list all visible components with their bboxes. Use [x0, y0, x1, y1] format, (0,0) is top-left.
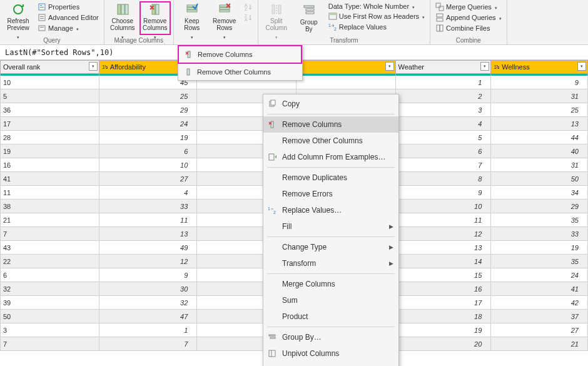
cell[interactable]: 15 [396, 268, 492, 282]
filter-dropdown-icon[interactable]: ▾ [385, 62, 394, 71]
sort-asc-button[interactable]: AZ [243, 2, 254, 12]
column-header[interactable]: 1²₃Wellness▾ [491, 60, 588, 74]
cell[interactable]: 21 [0, 213, 99, 227]
cell[interactable]: 43 [0, 241, 99, 255]
cell[interactable]: 47 [99, 310, 198, 323]
cell[interactable]: 36 [0, 103, 99, 117]
cell[interactable]: 37 [491, 310, 588, 323]
cell[interactable]: 12 [396, 227, 492, 241]
group-by-button[interactable]: GroupBy [293, 1, 325, 35]
cell[interactable]: 10 [396, 200, 492, 213]
cell[interactable]: 38 [0, 200, 99, 213]
cell[interactable]: 9 [396, 186, 492, 200]
cell[interactable]: 1 [396, 76, 492, 89]
cell[interactable]: 31 [491, 158, 588, 172]
ctx-replace-values[interactable]: 12Replace Values… [263, 202, 398, 218]
data-type-button[interactable]: Data Type: Whole Number [327, 2, 426, 11]
cell[interactable]: 1 [99, 323, 198, 337]
filter-dropdown-icon[interactable]: ▾ [89, 62, 98, 71]
cell[interactable]: 35 [491, 213, 588, 227]
ctx-merge-columns[interactable]: Merge Columns [263, 276, 398, 292]
cell[interactable]: 4 [396, 117, 492, 131]
cell[interactable]: 19 [396, 323, 492, 337]
cell[interactable]: 6 [396, 145, 492, 158]
cell[interactable]: 34 [491, 186, 588, 200]
ctx-add-column-examples[interactable]: ✦Add Column From Examples… [263, 149, 398, 165]
cell[interactable] [297, 76, 396, 89]
cell[interactable]: 10 [0, 76, 99, 89]
filter-dropdown-icon[interactable]: ▾ [480, 62, 489, 71]
cell[interactable]: 3 [396, 103, 492, 117]
ctx-remove-duplicates[interactable]: Remove Duplicates [263, 170, 398, 186]
cell[interactable]: 18 [396, 310, 492, 323]
cell[interactable]: 10 [99, 158, 198, 172]
cell[interactable]: 17 [396, 296, 492, 310]
cell[interactable]: 7 [0, 227, 99, 241]
cell[interactable]: 29 [99, 103, 198, 117]
ctx-copy[interactable]: Copy [263, 96, 398, 112]
ctx-product[interactable]: Product [263, 308, 398, 325]
cell[interactable]: 5 [0, 89, 99, 103]
refresh-preview-button[interactable]: RefreshPreview [3, 1, 34, 35]
remove-columns-button[interactable]: RemoveColumns [139, 1, 171, 35]
split-column-button[interactable]: SplitColumn [261, 1, 292, 35]
properties-button[interactable]: Properties [36, 2, 100, 12]
manage-button[interactable]: Manage [36, 23, 100, 33]
filter-dropdown-icon[interactable]: ▾ [577, 62, 586, 71]
ctx-change-type[interactable]: Change Type▶ [263, 239, 398, 255]
cell[interactable]: 24 [491, 268, 588, 282]
cell[interactable]: 33 [491, 227, 588, 241]
cell[interactable]: 50 [491, 172, 588, 186]
first-row-headers-button[interactable]: Use First Row as Headers [327, 11, 426, 21]
cell[interactable]: 2 [396, 89, 492, 103]
ctx-unpivot-columns[interactable]: Unpivot Columns [263, 345, 398, 362]
ctx-remove-errors[interactable]: Remove Errors [263, 186, 398, 202]
cell[interactable]: 32 [99, 296, 198, 310]
cell[interactable]: 33 [99, 200, 198, 213]
column-header[interactable]: Overall rank▾ [0, 60, 99, 74]
cell[interactable]: 31 [491, 89, 588, 103]
ctx-fill[interactable]: Fill▶ [263, 218, 398, 235]
cell[interactable]: 39 [0, 296, 99, 310]
merge-queries-button[interactable]: Merge Queries [434, 2, 503, 12]
cell[interactable]: 35 [491, 255, 588, 268]
cell[interactable]: 13 [99, 227, 198, 241]
cell[interactable]: 28 [0, 131, 99, 145]
cell[interactable]: 11 [0, 186, 99, 200]
cell[interactable]: 20 [396, 337, 492, 351]
sort-desc-button[interactable]: ZA [243, 13, 254, 23]
cell[interactable]: 25 [99, 89, 198, 103]
cell[interactable]: 14 [396, 255, 492, 268]
cell[interactable]: 9 [491, 76, 588, 89]
ctx-unpivot-other[interactable]: Unpivot Other Columns [263, 362, 398, 366]
ctx-remove-columns[interactable]: Remove Columns [263, 116, 398, 133]
cell[interactable]: 11 [396, 213, 492, 227]
cell[interactable]: 8 [396, 172, 492, 186]
remove-rows-button[interactable]: RemoveRows [209, 1, 240, 35]
keep-rows-button[interactable]: KeepRows [176, 1, 208, 35]
replace-values-button[interactable]: 12Replace Values [327, 22, 426, 32]
append-queries-button[interactable]: Append Queries [434, 13, 503, 23]
cell[interactable]: 12 [99, 255, 198, 268]
cell[interactable]: 32 [0, 282, 99, 296]
cell[interactable]: 17 [0, 117, 99, 131]
cell[interactable]: 49 [99, 241, 198, 255]
column-header[interactable]: ▾ [297, 60, 396, 74]
cell[interactable]: 16 [0, 158, 99, 172]
cell[interactable]: 40 [491, 145, 588, 158]
cell[interactable]: 9 [99, 268, 198, 282]
cell[interactable]: 25 [491, 103, 588, 117]
column-header[interactable]: Weather▾ [396, 60, 492, 74]
combine-files-button[interactable]: Combine Files [434, 23, 503, 33]
cell[interactable]: 44 [491, 131, 588, 145]
cell[interactable]: 19 [491, 241, 588, 255]
cell[interactable]: 4 [99, 186, 198, 200]
cell[interactable]: 3 [0, 323, 99, 337]
cell[interactable]: 50 [0, 310, 99, 323]
advanced-editor-button[interactable]: Advanced Editor [36, 13, 100, 23]
ctx-transform[interactable]: Transform▶ [263, 255, 398, 272]
cell[interactable]: 22 [0, 255, 99, 268]
cell[interactable]: 27 [491, 323, 588, 337]
cell[interactable]: 21 [491, 337, 588, 351]
cell[interactable]: 6 [0, 268, 99, 282]
